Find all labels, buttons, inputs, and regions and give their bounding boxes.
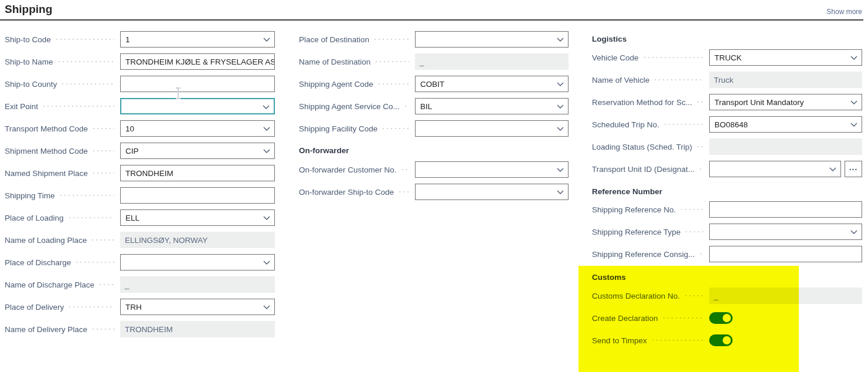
vehicle-code-combobox[interactable]: TRUCK xyxy=(709,49,862,66)
chevron-down-icon[interactable] xyxy=(263,105,270,109)
transport-method-code-combobox[interactable]: 10 xyxy=(120,120,275,137)
dotted-leader xyxy=(69,217,114,218)
transport-unit-id-combobox[interactable] xyxy=(709,161,841,177)
dotted-leader xyxy=(93,329,114,330)
chevron-down-icon[interactable] xyxy=(850,230,857,234)
shipping-section-header: Shipping xyxy=(0,0,863,21)
dotted-leader xyxy=(663,317,703,319)
field-row: Transport Method Code 10 xyxy=(5,120,275,137)
field-label: Shipping Reference Consig... xyxy=(592,250,695,259)
on-forwarder-ship-to-code-combobox[interactable] xyxy=(415,184,569,200)
name-of-discharge-place-field: _ xyxy=(120,276,275,293)
field-label: Send to Timpex xyxy=(592,336,647,345)
name-of-destination-field: _ xyxy=(415,53,569,70)
section-heading-customs: Customs xyxy=(592,272,862,283)
field-label: Loading Status (Sched. Trip) xyxy=(592,143,692,151)
field-row: Shipment Method Code CIP xyxy=(5,143,275,159)
dotted-leader xyxy=(56,39,114,40)
dotted-leader xyxy=(379,83,409,84)
column-middle: Place of Destination Name of Destination… xyxy=(299,31,569,206)
dotted-leader xyxy=(686,231,703,232)
dotted-leader xyxy=(93,150,114,151)
field-label: Vehicle Code xyxy=(592,53,639,62)
section-heading-reference-number: Reference Number xyxy=(592,186,862,198)
shipping-agent-code-combobox[interactable]: COBIT xyxy=(415,76,569,92)
field-row: Vehicle Code TRUCK xyxy=(592,49,862,66)
chevron-down-icon[interactable] xyxy=(557,168,564,172)
toggle-knob xyxy=(723,314,731,322)
ship-to-code-combobox[interactable]: 1 xyxy=(120,31,275,48)
place-of-discharge-combobox[interactable] xyxy=(120,254,275,270)
shipping-time-input[interactable] xyxy=(120,187,275,204)
field-row: Named Shipment Place TRONDHEIM xyxy=(5,165,275,181)
field-row: Place of Destination xyxy=(299,31,569,48)
text-cursor xyxy=(178,89,179,98)
field-label: Place of Loading xyxy=(5,214,64,222)
field-label: Place of Delivery xyxy=(5,303,64,312)
field-row: Ship-to County xyxy=(5,76,275,92)
dotted-leader xyxy=(697,102,703,103)
field-label: Name of Loading Place xyxy=(5,236,87,245)
field-label: Name of Vehicle xyxy=(592,76,649,84)
on-forwarder-customer-no-combobox[interactable] xyxy=(415,161,569,178)
shipping-facility-code-combobox[interactable] xyxy=(415,120,569,137)
loading-status-field xyxy=(709,138,862,155)
field-label: Shipping Reference No. xyxy=(592,205,676,214)
field-label: On-forwarder Customer No. xyxy=(299,165,397,174)
dotted-leader xyxy=(100,284,114,285)
create-declaration-toggle[interactable] xyxy=(709,312,733,324)
place-of-delivery-combobox[interactable]: TRH xyxy=(120,299,275,315)
chevron-down-icon[interactable] xyxy=(557,127,564,131)
exit-point-combobox[interactable] xyxy=(120,98,275,114)
field-label: Exit Point xyxy=(5,102,38,111)
field-row: Place of Loading ELL xyxy=(5,209,275,226)
chevron-down-icon[interactable] xyxy=(263,261,270,265)
chevron-down-icon[interactable] xyxy=(829,167,836,171)
column-right: Logistics Vehicle Code TRUCK Name of Veh… xyxy=(592,26,862,354)
reservation-method-combobox[interactable]: Transport Unit Mandatory xyxy=(709,94,862,110)
dotted-leader xyxy=(376,61,409,62)
shipping-reference-no-input[interactable] xyxy=(709,201,862,218)
assist-edit-button[interactable]: ... xyxy=(845,161,862,177)
named-shipment-place-input[interactable]: TRONDHEIM xyxy=(120,165,275,181)
field-label: Named Shipment Place xyxy=(5,169,88,178)
field-row: Name of Loading Place ELLINGSØY, NORWAY xyxy=(5,232,275,248)
field-label: Customs Declaration No. xyxy=(592,292,680,300)
dotted-leader xyxy=(76,262,114,263)
field-row: Shipping Reference No. xyxy=(592,201,862,218)
dotted-leader xyxy=(62,83,114,84)
shipping-reference-type-combobox[interactable] xyxy=(709,224,862,240)
send-to-timpex-toggle[interactable] xyxy=(709,334,733,346)
dotted-leader xyxy=(60,195,114,196)
place-of-destination-combobox[interactable] xyxy=(415,31,569,48)
field-label: Ship-to Name xyxy=(5,58,53,66)
dotted-leader xyxy=(93,128,114,129)
shipping-agent-service-code-combobox[interactable]: BIL xyxy=(415,98,569,114)
field-label: Shipping Time xyxy=(5,191,55,200)
field-row: On-forwarder Customer No. xyxy=(299,161,569,178)
shipping-reference-consignee-input[interactable] xyxy=(709,246,862,262)
dotted-leader xyxy=(405,106,409,107)
field-label: Name of Discharge Place xyxy=(5,280,94,289)
chevron-down-icon[interactable] xyxy=(557,190,564,194)
dotted-leader xyxy=(665,124,703,125)
field-row: Send to Timpex xyxy=(592,332,862,349)
field-row: Shipping Facility Code xyxy=(299,120,569,137)
field-row: Name of Delivery Place TRONDHEIM xyxy=(5,321,275,337)
scheduled-trip-no-combobox[interactable]: BO08648 xyxy=(709,116,862,133)
shipment-method-code-combobox[interactable]: CIP xyxy=(120,143,275,159)
dotted-leader xyxy=(383,128,409,129)
chevron-down-icon[interactable] xyxy=(557,38,564,42)
field-label: Shipping Agent Code xyxy=(299,80,373,89)
field-row: Ship-to Name TRONDHEIM KJØLE & FRYSELAGE… xyxy=(5,53,275,70)
ship-to-name-input[interactable]: TRONDHEIM KJØLE & FRYSELAGER AS/ C xyxy=(120,53,275,70)
dotted-leader xyxy=(375,39,409,40)
field-row: Customs Declaration No. _ xyxy=(592,288,862,304)
place-of-loading-combobox[interactable]: ELL xyxy=(120,209,275,226)
show-more-link[interactable]: Show more xyxy=(826,8,862,16)
ship-to-county-input[interactable] xyxy=(120,76,275,92)
field-label: Ship-to County xyxy=(5,80,57,89)
field-label: Ship-to Code xyxy=(5,35,51,44)
field-label: Create Declaration xyxy=(592,314,658,323)
field-row: Ship-to Code 1 xyxy=(5,31,275,48)
